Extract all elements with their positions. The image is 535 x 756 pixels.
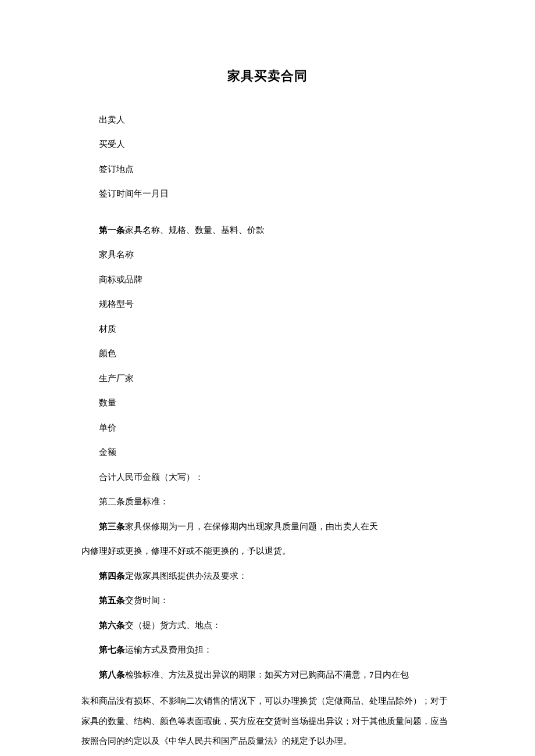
article-4-label: 第四条	[99, 571, 125, 581]
article-2: 第二条质量标准：	[81, 493, 454, 510]
place-line: 签订地点	[81, 161, 454, 178]
article-8-text2: 日内在包	[374, 670, 409, 679]
article-8-text1: 检验标准、方法及提出异议的期限：如买方对已购商品不满意，	[125, 670, 369, 679]
article-7-label: 第七条	[99, 645, 125, 654]
seller-line: 出卖人	[81, 112, 454, 128]
article-4-text: 定做家具图纸提供办法及要求：	[125, 571, 247, 581]
article-8-seven: 7	[369, 670, 374, 679]
buyer-line: 买受人	[81, 136, 454, 153]
article-1-text: 家具名称、规格、数量、基料、价款	[125, 225, 265, 235]
item-total: 合计人民币金额（大写）：	[81, 469, 454, 486]
time-line: 签订时间年一月日	[81, 185, 454, 202]
item-name: 家具名称	[81, 246, 454, 263]
article-8-label: 第八条	[99, 670, 125, 679]
item-unit: 单价	[81, 420, 454, 436]
document-page: 家具买卖合同 出卖人 买受人 签订地点 签订时间年一月日 第一条家具名称、规格、…	[0, 0, 535, 756]
article-5-text: 交货时间：	[125, 596, 169, 605]
item-amount: 金额	[81, 444, 454, 461]
item-color: 颜色	[81, 345, 454, 362]
article-3: 第三条家具保修期为一月，在保修期内出现家具质量问题，由出卖人在天	[81, 518, 454, 535]
article-8: 第八条检验标准、方法及提出异议的期限：如买方对已购商品不满意，7日内在包	[81, 667, 454, 683]
article-6-text: 交（提）货方式、地点：	[125, 621, 221, 630]
spacer	[81, 210, 454, 222]
article-3-label: 第三条	[99, 522, 125, 531]
article-5: 第五条交货时间：	[81, 592, 454, 609]
article-7: 第七条运输方式及费用负担：	[81, 642, 454, 658]
article-7-text: 运输方式及费用负担：	[125, 645, 212, 654]
article-1: 第一条家具名称、规格、数量、基料、价款	[81, 222, 454, 239]
article-6: 第六条交（提）货方式、地点：	[81, 617, 454, 634]
article-5-label: 第五条	[99, 596, 125, 605]
article-8-continuation: 装和商品没有损坏、不影响二次销售的情况下，可以办理换货（定做商品、处理品除外）；…	[81, 691, 454, 751]
item-brand: 商标或品牌	[81, 271, 454, 288]
article-3-text: 家具保修期为一月，在保修期内出现家具质量问题，由出卖人在天	[125, 522, 378, 531]
item-material: 材质	[81, 321, 454, 338]
article-1-label: 第一条	[99, 225, 125, 235]
article-3-continuation: 内修理好或更换，修理不好或不能更换的，予以退货。	[81, 543, 454, 560]
article-4: 第四条定做家具图纸提供办法及要求：	[81, 568, 454, 585]
item-mfr: 生产厂家	[81, 370, 454, 387]
item-model: 规格型号	[81, 296, 454, 313]
item-qty: 数量	[81, 395, 454, 411]
article-6-label: 第六条	[99, 621, 125, 630]
document-title: 家具买卖合同	[81, 64, 454, 88]
